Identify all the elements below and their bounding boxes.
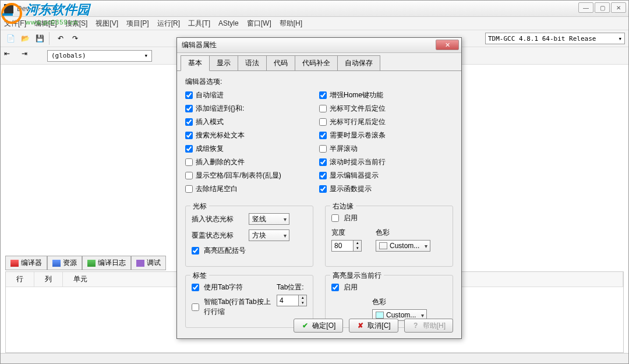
maximize-button[interactable]: ▢ bbox=[595, 2, 610, 13]
app-icon bbox=[4, 4, 13, 13]
tab-compiler[interactable]: 编译器 bbox=[5, 256, 47, 270]
option-checkbox[interactable] bbox=[319, 185, 327, 193]
spin-up-icon[interactable]: ▴ bbox=[353, 241, 361, 246]
menu-project[interactable]: 项目[P] bbox=[126, 19, 149, 29]
dialog-close-button[interactable]: ✕ bbox=[436, 40, 459, 50]
overwrite-cursor-combo[interactable]: 方块 bbox=[249, 229, 289, 241]
highlight-enable-checkbox[interactable] bbox=[331, 284, 339, 291]
tab-autosave[interactable]: 自动保存 bbox=[337, 55, 380, 70]
margin-color-combo[interactable]: Custom... bbox=[376, 240, 430, 252]
option-checkbox[interactable] bbox=[319, 105, 327, 112]
dialog-titlebar: 编辑器属性 ✕ bbox=[177, 38, 461, 53]
cancel-button[interactable]: ✘取消[C] bbox=[349, 319, 398, 333]
tab-basic[interactable]: 基本 bbox=[181, 55, 210, 71]
option-checkbox-row: 显示函数提示 bbox=[319, 184, 453, 194]
menu-astyle[interactable]: AStyle bbox=[218, 19, 239, 27]
toolbar-icon[interactable]: ⇥ bbox=[22, 50, 34, 62]
titlebar: Dev-C++ 5.9.2 — ▢ ✕ bbox=[1, 1, 628, 17]
tab-display[interactable]: 显示 bbox=[209, 55, 238, 70]
menu-search[interactable]: 搜索[S] bbox=[65, 19, 88, 29]
editor-properties-dialog: 编辑器属性 ✕ 基本 显示 语法 代码 代码补全 自动保存 编辑器选项: 自动缩… bbox=[176, 37, 462, 339]
ok-button[interactable]: ✔确定[O] bbox=[294, 319, 343, 333]
globals-value: (globals) bbox=[51, 52, 86, 59]
option-checkbox[interactable] bbox=[185, 185, 193, 193]
option-checkbox[interactable] bbox=[185, 172, 193, 179]
option-label: 光标可行尾后定位 bbox=[330, 117, 386, 127]
compiler-selector[interactable]: TDM-GCC 4.8.1 64-bit Release▾ bbox=[485, 33, 625, 44]
use-tab-label: 使用Tab字符 bbox=[204, 282, 243, 292]
tab-compile-log[interactable]: 编译日志 bbox=[82, 256, 131, 270]
tab-pos-label: Tab位置: bbox=[277, 282, 307, 292]
option-checkbox-row: 光标可行尾后定位 bbox=[319, 117, 453, 127]
spin-down-icon[interactable]: ▾ bbox=[298, 301, 306, 306]
window-title: Dev-C++ 5.9.2 bbox=[17, 5, 62, 13]
toolbar-icon[interactable]: ⇤ bbox=[4, 50, 17, 62]
minimize-button[interactable]: — bbox=[578, 2, 593, 13]
close-button[interactable]: ✕ bbox=[611, 2, 626, 13]
option-label: 滚动时提示当前行 bbox=[330, 157, 386, 167]
save-icon[interactable]: 💾 bbox=[33, 32, 46, 45]
redo-icon[interactable]: ↷ bbox=[69, 32, 82, 45]
option-checkbox[interactable] bbox=[185, 145, 193, 153]
tab-pos-input[interactable] bbox=[277, 295, 298, 306]
tab-pos-spinner[interactable]: ▴▾ bbox=[277, 295, 307, 306]
option-checkbox[interactable] bbox=[319, 91, 327, 99]
insert-cursor-combo[interactable]: 竖线 bbox=[249, 213, 289, 225]
margin-width-label: 宽度 bbox=[331, 228, 362, 238]
tab-debug[interactable]: 调试 bbox=[131, 256, 166, 270]
menu-run[interactable]: 运行[R] bbox=[157, 19, 180, 29]
color-swatch bbox=[376, 312, 384, 319]
margin-width-spinner[interactable]: ▴▾ bbox=[331, 240, 362, 252]
highlight-group-title: 高亮显示当前行 bbox=[330, 271, 384, 281]
option-checkbox[interactable] bbox=[185, 118, 193, 126]
margin-color-label: 色彩 bbox=[376, 228, 430, 238]
menu-view[interactable]: 视图[V] bbox=[96, 19, 118, 29]
option-label: 添加缩进到{}和: bbox=[196, 104, 244, 114]
tab-completion[interactable]: 代码补全 bbox=[295, 55, 338, 70]
option-label: 需要时显示卷滚条 bbox=[330, 130, 386, 140]
margin-enable-checkbox[interactable] bbox=[331, 214, 339, 222]
right-margin-group: 右边缘 启用 宽度 ▴▾ 色彩 Custom... bbox=[325, 206, 453, 267]
menu-file[interactable]: 文件[F] bbox=[4, 19, 26, 29]
help-button[interactable]: ?帮助[H] bbox=[404, 319, 453, 333]
option-checkbox[interactable] bbox=[319, 145, 327, 153]
option-checkbox[interactable] bbox=[319, 118, 327, 126]
spin-down-icon[interactable]: ▾ bbox=[353, 246, 361, 251]
use-tab-checkbox[interactable] bbox=[192, 284, 199, 291]
menu-tools[interactable]: 工具[T] bbox=[188, 19, 210, 29]
statusbar bbox=[1, 353, 628, 363]
option-checkbox-row: 显示空格/回车/制表符(乱显) bbox=[185, 171, 319, 181]
tab-resources[interactable]: 资源 bbox=[47, 256, 82, 270]
margin-width-input[interactable] bbox=[332, 241, 353, 251]
insert-cursor-label: 插入状态光标 bbox=[192, 214, 244, 224]
option-checkbox-row: 半屏滚动 bbox=[319, 144, 453, 154]
option-checkbox[interactable] bbox=[185, 132, 193, 139]
option-label: 增强Home键功能 bbox=[330, 90, 383, 100]
undo-icon[interactable]: ↶ bbox=[54, 32, 67, 45]
globals-selector[interactable]: (globals)▾ bbox=[47, 50, 152, 62]
spin-up-icon[interactable]: ▴ bbox=[298, 295, 306, 301]
tabs-group-title: 标签 bbox=[190, 271, 209, 281]
option-checkbox[interactable] bbox=[319, 132, 327, 139]
option-checkbox[interactable] bbox=[185, 158, 193, 166]
tab-code[interactable]: 代码 bbox=[266, 55, 295, 70]
smart-tab-checkbox[interactable] bbox=[192, 303, 199, 311]
new-file-icon[interactable]: 📄 bbox=[4, 32, 17, 45]
menu-edit[interactable]: 编辑[E] bbox=[34, 19, 57, 29]
color-swatch bbox=[379, 242, 387, 249]
option-checkbox[interactable] bbox=[185, 91, 193, 99]
option-checkbox[interactable] bbox=[185, 105, 193, 112]
highlight-brackets-checkbox[interactable] bbox=[192, 247, 199, 255]
menu-window[interactable]: 窗口[W] bbox=[247, 19, 271, 29]
cross-icon: ✘ bbox=[356, 321, 365, 330]
open-icon[interactable]: 📂 bbox=[19, 32, 31, 45]
menu-help[interactable]: 帮助[H] bbox=[280, 19, 302, 29]
option-label: 显示编辑器提示 bbox=[330, 171, 379, 181]
tab-syntax[interactable]: 语法 bbox=[238, 55, 267, 70]
menubar: 文件[F] 编辑[E] 搜索[S] 视图[V] 项目[P] 运行[R] 工具[T… bbox=[1, 17, 628, 30]
highlight-brackets-label: 高亮匹配括号 bbox=[204, 246, 246, 256]
option-checkbox-row: 插入模式 bbox=[185, 117, 319, 127]
option-checkbox[interactable] bbox=[319, 172, 327, 179]
margin-group-title: 右边缘 bbox=[330, 202, 356, 211]
option-checkbox[interactable] bbox=[319, 158, 327, 166]
